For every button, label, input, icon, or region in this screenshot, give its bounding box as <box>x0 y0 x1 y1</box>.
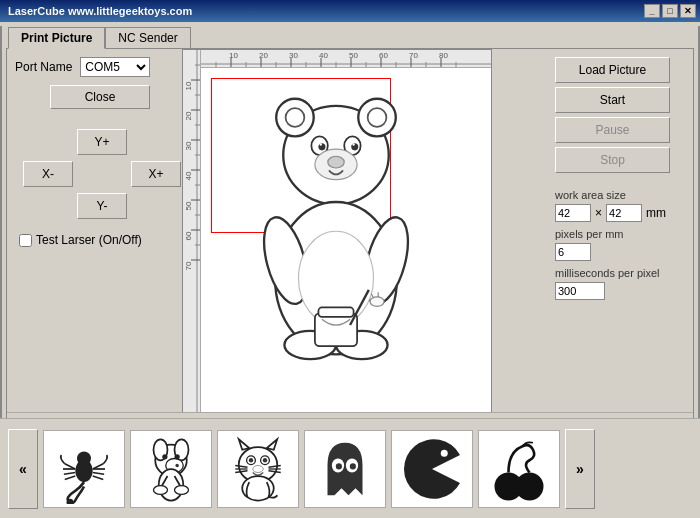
thumb-ghost[interactable] <box>304 430 386 508</box>
thumbnail-strip-outer: « <box>0 418 700 518</box>
thumb-cat[interactable] <box>217 430 299 508</box>
ppm-label: pixels per mm <box>555 228 685 240</box>
port-select[interactable]: COM5 COM1 COM2 COM3 COM4 <box>80 57 150 77</box>
svg-text:10: 10 <box>184 81 193 90</box>
right-panel: Load Picture Start Pause Stop work area … <box>555 57 685 306</box>
svg-text:50: 50 <box>184 201 193 210</box>
svg-text:50: 50 <box>349 51 358 60</box>
svg-point-94 <box>154 485 168 494</box>
svg-point-74 <box>77 451 91 465</box>
canvas-drawing[interactable] <box>201 68 491 438</box>
canvas-area: 10 20 30 40 50 60 70 80 <box>182 49 492 439</box>
ruler-top: 10 20 30 40 50 60 70 80 <box>201 50 491 68</box>
svg-point-115 <box>441 449 448 456</box>
titlebar-controls: _ □ ✕ <box>644 4 696 18</box>
svg-point-50 <box>286 108 305 127</box>
tab-nc-sender[interactable]: NC Sender <box>105 27 190 49</box>
svg-text:40: 40 <box>184 171 193 180</box>
maximize-button[interactable]: □ <box>662 4 678 18</box>
svg-point-114 <box>350 463 356 469</box>
test-laser-checkbox[interactable] <box>19 234 32 247</box>
svg-point-90 <box>175 463 179 467</box>
svg-point-60 <box>328 156 344 168</box>
jog-yplus-button[interactable]: Y+ <box>77 129 127 155</box>
window-close-button[interactable]: ✕ <box>680 4 696 18</box>
titlebar: LaserCube www.littlegeektoys.com _ □ ✕ <box>0 0 700 22</box>
close-button[interactable]: Close <box>50 85 150 109</box>
port-row: Port Name COM5 COM1 COM2 COM3 COM4 <box>15 57 185 77</box>
work-width-input[interactable] <box>555 204 591 222</box>
svg-point-56 <box>351 143 358 150</box>
svg-point-55 <box>318 143 325 150</box>
thumb-next-button[interactable]: » <box>565 429 595 509</box>
tab-print-picture[interactable]: Print Picture <box>8 27 105 49</box>
ppm-row <box>555 243 685 261</box>
svg-point-70 <box>370 297 384 306</box>
settings-section: work area size × mm pixels per mm millis… <box>555 189 685 300</box>
svg-text:10: 10 <box>229 51 238 60</box>
svg-text:70: 70 <box>184 261 193 270</box>
svg-point-52 <box>368 108 387 127</box>
svg-marker-98 <box>267 439 278 450</box>
thumb-pacman[interactable] <box>391 430 473 508</box>
ppm-input[interactable] <box>555 243 591 261</box>
svg-rect-68 <box>318 307 353 316</box>
jog-xplus-button[interactable]: X+ <box>131 161 181 187</box>
test-laser-row: Test Larser (On/Off) <box>19 233 185 247</box>
work-area-row: × mm <box>555 204 685 222</box>
thumb-prev-button[interactable]: « <box>8 429 38 509</box>
work-unit: mm <box>646 206 666 220</box>
thumb-snoopy[interactable] <box>130 430 212 508</box>
svg-text:40: 40 <box>319 51 328 60</box>
jog-xminus-button[interactable]: X- <box>23 161 73 187</box>
svg-text:80: 80 <box>439 51 448 60</box>
svg-line-78 <box>64 472 75 474</box>
svg-point-58 <box>352 143 354 145</box>
jog-controls: Y+ X- X+ Y- <box>23 129 185 221</box>
mspp-row <box>555 282 685 300</box>
work-sep: × <box>595 206 602 220</box>
svg-text:30: 30 <box>184 141 193 150</box>
svg-point-101 <box>249 458 253 462</box>
svg-point-57 <box>320 143 322 145</box>
svg-point-102 <box>263 458 267 462</box>
mspp-input[interactable] <box>555 282 605 300</box>
load-picture-button[interactable]: Load Picture <box>555 57 670 83</box>
svg-text:20: 20 <box>259 51 268 60</box>
svg-text:60: 60 <box>379 51 388 60</box>
minimize-button[interactable]: _ <box>644 4 660 18</box>
ruler-left: 10 20 30 40 50 60 70 <box>183 50 201 438</box>
work-area-label: work area size <box>555 189 685 201</box>
port-label: Port Name <box>15 60 72 74</box>
svg-rect-67 <box>315 313 357 346</box>
left-panel: Port Name COM5 COM1 COM2 COM3 COM4 Close… <box>15 57 185 247</box>
svg-point-89 <box>175 454 180 459</box>
jog-yminus-button[interactable]: Y- <box>77 193 127 219</box>
test-laser-label: Test Larser (On/Off) <box>36 233 142 247</box>
thumb-scorpion[interactable] <box>43 430 125 508</box>
svg-text:70: 70 <box>409 51 418 60</box>
svg-line-83 <box>93 476 104 480</box>
svg-point-117 <box>516 472 544 500</box>
titlebar-title: LaserCube www.littlegeektoys.com <box>8 5 192 17</box>
work-height-input[interactable] <box>606 204 642 222</box>
start-button[interactable]: Start <box>555 87 670 113</box>
svg-point-113 <box>336 463 342 469</box>
svg-point-95 <box>175 485 189 494</box>
bear-drawing <box>216 73 456 413</box>
tab-bar: Print Picture NC Sender <box>8 26 698 48</box>
thumb-cherry[interactable] <box>478 430 560 508</box>
pause-button[interactable]: Pause <box>555 117 670 143</box>
svg-line-82 <box>93 472 104 474</box>
svg-point-103 <box>253 465 264 472</box>
svg-point-88 <box>162 454 167 459</box>
svg-marker-97 <box>239 439 250 450</box>
mspp-label: milliseconds per pixel <box>555 267 685 279</box>
svg-text:20: 20 <box>184 111 193 120</box>
svg-text:60: 60 <box>184 231 193 240</box>
svg-line-79 <box>65 476 76 480</box>
stop-button[interactable]: Stop <box>555 147 670 173</box>
svg-text:30: 30 <box>289 51 298 60</box>
